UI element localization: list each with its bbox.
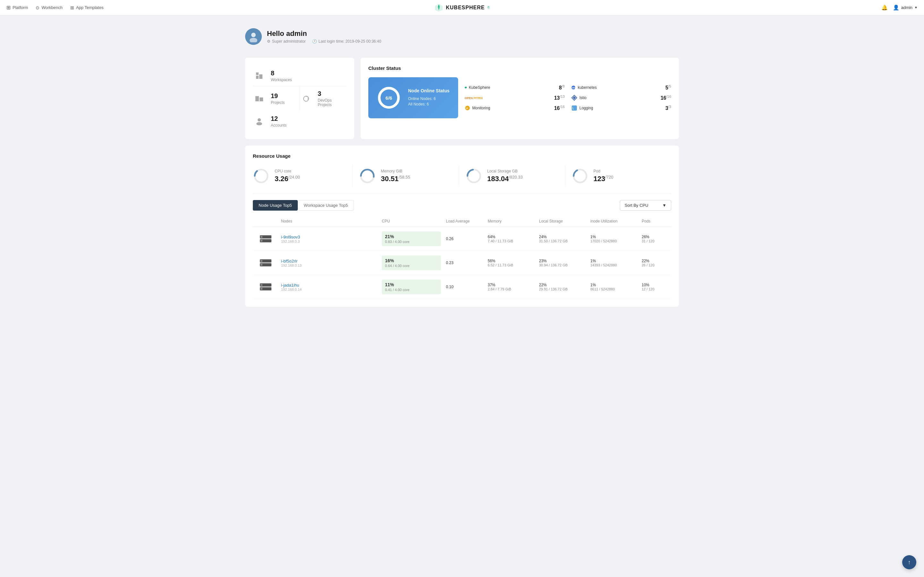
load-cell-2: 0.23 <box>443 261 485 265</box>
pods-pct-2: 22% <box>642 259 669 263</box>
logo-icon <box>435 3 443 12</box>
pods-cell-2: 22% 26 / 120 <box>639 259 671 267</box>
istio-name: Istio <box>580 95 586 100</box>
svg-text:PITRIX: PITRIX <box>473 97 483 100</box>
app-templates-label: App Templates <box>76 5 103 10</box>
cpu-detail-1: 0.83 / 4.00 core <box>385 240 438 243</box>
svg-point-3 <box>251 33 256 37</box>
pods-pct-3: 10% <box>642 283 669 287</box>
sort-label: Sort By CPU <box>625 203 648 208</box>
node-ip-2: 192.168.0.13 <box>281 263 376 268</box>
workspaces-info: 8 Workspaces <box>271 69 292 82</box>
notifications-icon[interactable]: 🔔 <box>881 5 888 11</box>
svg-text:M: M <box>466 107 468 110</box>
workspaces-stat[interactable]: 8 Workspaces <box>253 65 347 86</box>
devops-icon <box>300 92 313 105</box>
donut-label: 6/6 <box>386 95 393 101</box>
load-cell-1: 0.26 <box>443 237 485 241</box>
grid-icon: ⊞ <box>70 5 74 10</box>
svg-rect-38 <box>260 240 262 242</box>
svg-point-11 <box>258 118 261 121</box>
node-ip-3: 192.168.0.14 <box>281 287 376 292</box>
monitoring-count: 16/16 <box>554 105 565 111</box>
svg-rect-6 <box>256 73 258 75</box>
memory-value: 30.51/58.55 <box>381 175 410 183</box>
workspaces-count: 8 <box>271 69 292 77</box>
monitoring-name: Monitoring <box>472 106 490 110</box>
devops-stat[interactable]: 3 DevOps Projects <box>300 86 347 111</box>
projects-stat[interactable]: 19 Projects <box>253 86 300 111</box>
tab-group: Node Usage Top5 Workspace Usage Top5 <box>253 200 354 211</box>
cpu-bar-1: 21% 0.83 / 4.00 core <box>382 231 441 246</box>
kubernetes-count: 5/5 <box>666 84 671 91</box>
welcome-text: Hello admin ⚙ Super administrator 🕐 Last… <box>267 29 381 44</box>
projects-devops-row: 19 Projects 3 DevOps Projects <box>253 86 347 111</box>
greeting: Hello admin <box>267 29 381 38</box>
projects-count: 19 <box>271 92 284 100</box>
pods-cell-3: 10% 12 / 120 <box>639 283 671 291</box>
memory-donut <box>359 168 376 184</box>
node-donut: 6/6 <box>376 85 402 111</box>
projects-info: 19 Projects <box>271 92 284 105</box>
workbench-nav[interactable]: ⊙ Workbench <box>36 5 63 10</box>
resource-title: Resource Usage <box>253 153 671 159</box>
user-menu[interactable]: 👤 admin ▼ <box>893 5 918 11</box>
storage-cell-3: 22% 29.91 / 136.72 GB <box>536 283 588 291</box>
workspace-usage-tab[interactable]: Workspace Usage Top5 <box>298 200 354 211</box>
kubesphere-count: 8/8 <box>559 84 565 91</box>
logging-name: Logging <box>580 106 593 110</box>
service-openpitrix: OPENPITRIX 13/13 <box>465 95 565 101</box>
memory-detail-1: 7.40 / 11.73 GiB <box>488 239 534 243</box>
app-templates-nav[interactable]: ⊞ App Templates <box>70 5 103 10</box>
cpu-pct-1: 21% <box>385 234 438 239</box>
svg-rect-36 <box>260 236 262 238</box>
service-kubernetes: k8s kubernetes 5/5 <box>571 84 671 91</box>
workspaces-icon <box>253 69 266 82</box>
memory-cell-3: 37% 2.84 / 7.79 GiB <box>485 283 536 291</box>
resource-metrics: CPU core 3.26/24.00 Memory GiB 30.51/58.… <box>253 165 671 193</box>
node-status-box: 6/6 Node Online Status Online Nodes: 6 A… <box>368 77 458 118</box>
top5-header: Node Usage Top5 Workspace Usage Top5 Sor… <box>253 200 671 211</box>
cluster-card: Cluster Status 6/6 Node Online Status On… <box>360 58 679 139</box>
accounts-label: Accounts <box>271 123 286 127</box>
kubesphere-name: KubeSphere <box>469 85 490 90</box>
node-icon-cell-3 <box>253 284 278 290</box>
cpu-detail-2: 0.64 / 4.00 core <box>385 264 438 268</box>
cpu-bar-3: 11% 0.41 / 4.00 core <box>382 279 441 294</box>
logging-count: 3/3 <box>666 105 671 111</box>
pods-detail-1: 31 / 120 <box>642 239 669 243</box>
platform-nav[interactable]: ⊞ Platform <box>6 5 28 11</box>
storage-pct-3: 22% <box>539 283 585 287</box>
node-icon-cell-2 <box>253 259 278 266</box>
col-inode: inode Utilization <box>588 219 639 223</box>
cpu-detail-3: 0.41 / 4.00 core <box>385 288 438 292</box>
sort-dropdown[interactable]: Sort By CPU ▼ <box>620 200 671 211</box>
login-time-item: 🕐 Last login time: 2019-09-25 00:36:40 <box>312 39 381 44</box>
pods-detail-2: 26 / 120 <box>642 263 669 267</box>
memory-cell-1: 64% 7.40 / 11.73 GiB <box>485 235 536 243</box>
svg-text:OPEN: OPEN <box>465 97 473 100</box>
clock-icon: 🕐 <box>312 39 317 44</box>
memory-pct-2: 56% <box>488 259 534 263</box>
table-row: i-9nl9sov3 192.168.0.3 21% 0.83 / 4.00 c… <box>253 227 671 251</box>
table-row: i-bf5o2rlr 192.168.0.13 16% 0.64 / 4.00 … <box>253 251 671 275</box>
resource-card: Resource Usage CPU core 3.26/24.00 <box>245 145 679 307</box>
user-label: admin <box>901 5 913 10</box>
cpu-label: CPU core <box>275 169 300 173</box>
istio-logo: Istio <box>571 95 597 101</box>
cpu-pct-3: 11% <box>385 282 438 287</box>
header-nav: ⊞ Platform ⊙ Workbench ⊞ App Templates <box>6 5 103 11</box>
accounts-stat[interactable]: 12 Accounts <box>253 111 347 131</box>
node-usage-tab[interactable]: Node Usage Top5 <box>253 200 298 211</box>
memory-pct-3: 37% <box>488 283 534 287</box>
pods-pct-1: 26% <box>642 235 669 239</box>
all-nodes: All Nodes: 6 <box>408 102 449 106</box>
svg-point-4 <box>250 38 257 42</box>
svg-rect-8 <box>255 96 259 101</box>
col-memory: Memory <box>485 219 536 223</box>
node-icon-cell-1 <box>253 235 278 242</box>
table-container: Nodes CPU Load Average Memory Local Stor… <box>253 216 671 299</box>
storage-donut <box>465 168 482 184</box>
workspaces-label: Workspaces <box>271 77 292 82</box>
accounts-info: 12 Accounts <box>271 115 286 127</box>
